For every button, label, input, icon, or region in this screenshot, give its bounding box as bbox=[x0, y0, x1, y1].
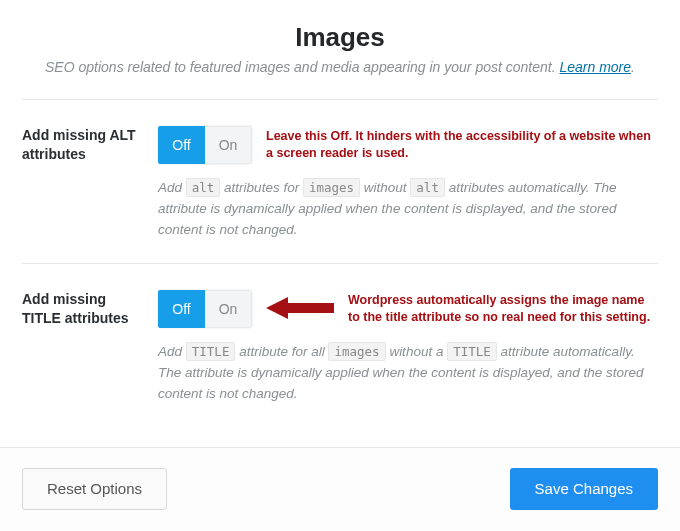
arrow-left-icon bbox=[266, 297, 334, 319]
code-token: TITLE bbox=[447, 342, 497, 361]
toggle-on[interactable]: On bbox=[205, 126, 252, 164]
annotation-text: Wordpress automatically assigns the imag… bbox=[348, 290, 658, 326]
setting-description: Add alt attributes for images without al… bbox=[158, 178, 658, 241]
code-token: alt bbox=[410, 178, 445, 197]
code-token: alt bbox=[186, 178, 221, 197]
toggle-off[interactable]: Off bbox=[158, 290, 205, 328]
code-token: images bbox=[303, 178, 360, 197]
save-button[interactable]: Save Changes bbox=[510, 468, 658, 510]
toggle-on[interactable]: On bbox=[205, 290, 252, 328]
setting-row: Add missing TITLE attributesOffOnWordpre… bbox=[22, 263, 658, 427]
learn-more-link[interactable]: Learn more bbox=[559, 59, 631, 75]
svg-marker-0 bbox=[266, 297, 334, 319]
reset-button[interactable]: Reset Options bbox=[22, 468, 167, 510]
toggle[interactable]: OffOn bbox=[158, 290, 252, 328]
page-title: Images bbox=[22, 22, 658, 53]
page-subtitle: SEO options related to featured images a… bbox=[22, 59, 658, 75]
setting-row: Add missing ALT attributesOffOnLeave thi… bbox=[22, 99, 658, 263]
code-token: TITLE bbox=[186, 342, 236, 361]
code-token: images bbox=[328, 342, 385, 361]
toggle-off[interactable]: Off bbox=[158, 126, 205, 164]
setting-label: Add missing ALT attributes bbox=[22, 126, 140, 241]
setting-description: Add TITLE attribute for all images witho… bbox=[158, 342, 658, 405]
toggle[interactable]: OffOn bbox=[158, 126, 252, 164]
setting-label: Add missing TITLE attributes bbox=[22, 290, 140, 405]
annotation-text: Leave this Off. It hinders with the acce… bbox=[266, 126, 658, 162]
footer-bar: Reset Options Save Changes bbox=[0, 447, 680, 530]
